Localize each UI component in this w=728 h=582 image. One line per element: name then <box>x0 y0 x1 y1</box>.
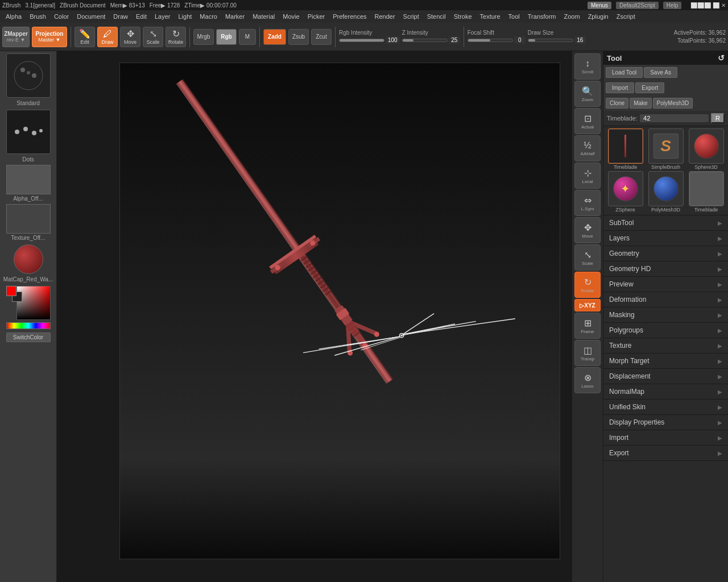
scroll-button[interactable]: ↕ Scroll <box>574 53 601 80</box>
lsym-button[interactable]: ⇔ L.Sym <box>574 190 601 216</box>
menu-alpha[interactable]: Alpha <box>2 12 25 21</box>
edit-button[interactable]: ✏️ Edit <box>75 27 95 47</box>
brush-preview[interactable] <box>6 53 51 98</box>
section-normalmap[interactable]: NormalMap ▶ <box>603 384 728 400</box>
tool-thumb-sphere3d[interactable]: Sphere3D <box>686 128 726 170</box>
tool-thumb-timeblade-2[interactable]: Timeblade <box>686 171 726 213</box>
polymesh3d-button[interactable]: PolyMesh3D <box>653 98 693 109</box>
section-import[interactable]: Import ▶ <box>603 430 728 446</box>
import-button[interactable]: Import <box>606 82 634 93</box>
menu-material[interactable]: Material <box>249 12 278 21</box>
rgb-button[interactable]: Rgb <box>216 29 237 45</box>
tool-thumb-simplebrush[interactable]: S SimpleBrush <box>646 128 685 170</box>
draw-button[interactable]: 🖊 Draw <box>97 27 118 47</box>
zcut-button[interactable]: Zcut <box>311 29 332 45</box>
tool-thumbnails: Timeblade S SimpleBrush Sphere3D <box>603 126 728 215</box>
move-rt-button[interactable]: ✥ Move <box>574 217 601 243</box>
zadd-button[interactable]: Zadd <box>263 29 286 45</box>
zmapper-button[interactable]: ZMapper rev-E ▼ <box>2 27 30 47</box>
aahalf-button[interactable]: ½ AAHalf <box>574 135 601 161</box>
menu-zscript[interactable]: Zscript <box>613 12 639 21</box>
menu-movie[interactable]: Movie <box>279 12 303 21</box>
menu-preferences[interactable]: Preferences <box>329 12 370 21</box>
refresh-icon[interactable]: ↺ <box>718 53 725 63</box>
menus-btn[interactable]: Menus <box>588 2 611 9</box>
menu-document[interactable]: Document <box>73 12 109 21</box>
dots-preview[interactable] <box>6 110 51 154</box>
app-name: ZBrush <box>2 2 20 9</box>
menu-stroke[interactable]: Stroke <box>450 12 475 21</box>
menu-macro[interactable]: Macro <box>196 12 221 21</box>
section-texture[interactable]: Texture ▶ <box>603 338 728 354</box>
tool-thumb-timeblade-1[interactable]: Timeblade <box>606 128 645 170</box>
material-preview[interactable] <box>14 244 43 274</box>
rotate-button[interactable]: ↻ Rotate <box>166 27 186 47</box>
menu-zoom[interactable]: Zoom <box>561 12 584 21</box>
xyz-toggle[interactable]: ▷XYZ <box>574 299 601 311</box>
move-button[interactable]: ✥ Move <box>120 27 140 47</box>
export-button[interactable]: Export <box>635 82 664 93</box>
menu-picker[interactable]: Picker <box>304 12 329 21</box>
menu-texture[interactable]: Texture <box>477 12 504 21</box>
color-hue-bar[interactable] <box>6 322 51 329</box>
section-geometry[interactable]: Geometry ▶ <box>603 246 728 261</box>
local-button[interactable]: ⊹ Local <box>574 163 601 189</box>
menu-brush[interactable]: Brush <box>26 12 49 21</box>
menu-edit[interactable]: Edit <box>133 12 150 21</box>
section-geometry-hd[interactable]: Geometry HD ▶ <box>603 261 728 277</box>
menu-tool[interactable]: Tool <box>505 12 523 21</box>
canvas-viewport[interactable] <box>119 63 560 559</box>
zoom-button[interactable]: 🔍 Zoom <box>574 81 601 107</box>
texture-preview[interactable] <box>6 204 51 234</box>
menu-light[interactable]: Light <box>175 12 196 21</box>
mrgb-button[interactable]: Mrgb <box>193 29 214 45</box>
menu-marker[interactable]: Marker <box>222 12 248 21</box>
rotate-rt-button[interactable]: ↻ Rotate <box>574 272 601 298</box>
menu-script[interactable]: Script <box>400 12 423 21</box>
rgb-intensity-label: Rgb Intensity <box>339 30 372 36</box>
lasso-button[interactable]: ⊗ Lasso <box>574 367 601 393</box>
fg-color-swatch[interactable] <box>6 286 16 296</box>
actual-button[interactable]: ⊡ Actual <box>574 108 601 134</box>
section-preview[interactable]: Preview ▶ <box>603 277 728 292</box>
frame-button[interactable]: ⊞ Frame <box>574 313 601 339</box>
load-tool-button[interactable]: Load Tool <box>606 67 643 78</box>
m-button[interactable]: M <box>239 29 256 45</box>
color-gradient[interactable] <box>16 286 51 320</box>
help-btn[interactable]: Help <box>663 2 682 9</box>
menu-zplugin[interactable]: Zplugin <box>585 12 612 21</box>
r-button[interactable]: R <box>711 113 725 123</box>
section-deformation[interactable]: Deformation ▶ <box>603 292 728 307</box>
section-display-properties[interactable]: Display Properties ▶ <box>603 415 728 430</box>
section-export[interactable]: Export ▶ <box>603 446 728 461</box>
section-morph-target[interactable]: Morph Target ▶ <box>603 354 728 369</box>
canvas-area[interactable] <box>57 51 572 582</box>
scale-button[interactable]: ⤡ Scale <box>143 27 163 47</box>
menu-layer[interactable]: Layer <box>151 12 174 21</box>
section-layers[interactable]: Layers ▶ <box>603 231 728 246</box>
projection-master-button[interactable]: Projection Master ▼ <box>32 27 67 47</box>
menu-transform[interactable]: Transform <box>524 12 560 21</box>
save-as-button[interactable]: Save As <box>644 67 677 78</box>
switch-color-button[interactable]: SwitchColor <box>6 332 51 342</box>
section-displacement[interactable]: Displacement ▶ <box>603 369 728 384</box>
menu-render[interactable]: Render <box>371 12 399 21</box>
texture-label: Texture_Off... <box>0 235 56 241</box>
menu-color[interactable]: Color <box>51 12 72 21</box>
section-polygroups[interactable]: Polygroups ▶ <box>603 323 728 338</box>
make-button[interactable]: Make <box>630 98 651 109</box>
clone-button[interactable]: Clone <box>606 98 628 109</box>
section-subtool[interactable]: SubTool ▶ <box>603 215 728 231</box>
section-unified-skin[interactable]: Unified Skin ▶ <box>603 400 728 415</box>
tool-thumb-zsphere[interactable]: ✦ ZSphere <box>606 171 645 213</box>
default2script-btn[interactable]: Default2Script <box>616 2 659 9</box>
menu-stencil[interactable]: Stencil <box>424 12 449 21</box>
alpha-preview[interactable] <box>6 165 51 194</box>
scale-rt-button[interactable]: ⤡ Scale <box>574 244 601 271</box>
menu-draw[interactable]: Draw <box>110 12 131 21</box>
zsub-button[interactable]: Zsub <box>288 29 309 45</box>
timeblade-value[interactable]: 42 <box>640 114 709 122</box>
section-masking[interactable]: Masking ▶ <box>603 307 728 323</box>
transp-button[interactable]: ◫ Transp <box>574 340 601 366</box>
tool-thumb-polymesh3d[interactable]: PolyMesh3D <box>646 171 685 213</box>
